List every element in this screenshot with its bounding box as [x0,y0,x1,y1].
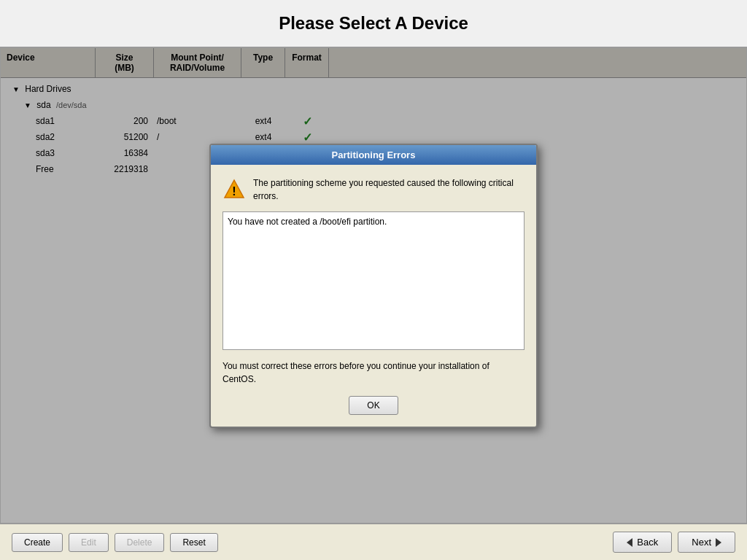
bottom-toolbar: Create Edit Delete Reset Back Next [0,524,747,560]
error-detail-area [222,211,525,350]
modal-title-bar: Partitioning Errors [211,145,536,165]
error-summary-text: The partitioning scheme you requested ca… [253,176,525,203]
modal-overlay: Partitioning Errors ! The partitioning s… [1,48,746,523]
modal-footer-text: You must correct these errors before you… [222,359,525,386]
reset-button[interactable]: Reset [170,533,217,552]
error-summary-row: ! The partitioning scheme you requested … [222,176,525,203]
delete-button[interactable]: Delete [115,533,165,552]
next-label: Next [692,537,711,548]
create-button[interactable]: Create [12,533,63,552]
ok-button[interactable]: OK [349,396,398,415]
toolbar-left: Create Edit Delete Reset [12,533,218,552]
modal-title: Partitioning Errors [332,149,416,160]
warning-icon: ! [222,178,246,201]
back-label: Back [637,537,658,548]
svg-text:!: ! [232,185,236,198]
page-title: Please Select A Device [13,13,734,34]
toolbar-right: Back Next [613,532,735,553]
edit-button[interactable]: Edit [69,533,109,552]
modal-buttons: OK [222,396,525,415]
main-window: Please Select A Device Device Size(MB) M… [0,0,747,560]
next-arrow-icon [716,538,721,547]
modal-body: ! The partitioning scheme you requested … [211,165,536,427]
back-button[interactable]: Back [613,532,672,553]
content-area: Device Size(MB) Mount Point/RAID/Volume … [0,47,747,524]
header: Please Select A Device [0,0,747,47]
partitioning-errors-dialog: Partitioning Errors ! The partitioning s… [209,144,538,428]
back-arrow-icon [627,538,632,547]
next-button[interactable]: Next [678,532,735,553]
